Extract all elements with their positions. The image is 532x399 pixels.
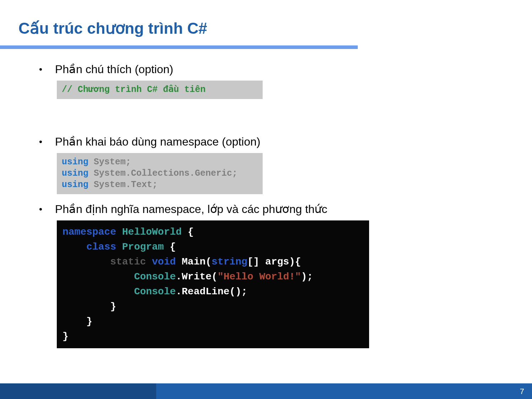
bullet-item: • Phần định nghĩa namespace, lớp và các … [35, 202, 405, 348]
code-line: using System.Collections.Generic; [62, 168, 258, 179]
bullet-icon: • [39, 202, 42, 216]
code-line: namespace HelloWorld { [62, 225, 363, 240]
code-block-main: namespace HelloWorld { class Program { s… [57, 220, 369, 348]
slide: Cấu trúc chương trình C# • Phần chú thíc… [0, 0, 532, 399]
bullet-text: Phần định nghĩa namespace, lớp và các ph… [55, 202, 327, 216]
code-line: } [62, 299, 363, 314]
code-line: } [62, 314, 363, 329]
code-line: using System.Text; [62, 179, 258, 191]
bullet-icon: • [39, 135, 42, 149]
code-line: static void Main(string[] args){ [62, 255, 363, 269]
bullet-text: Phần khai báo dùng namespace (option) [55, 135, 260, 149]
page-title: Cấu trúc chương trình C# [18, 19, 207, 37]
code-line: // Chương trình C# đầu tiên [62, 84, 205, 95]
code-line: } [62, 329, 363, 344]
title-underline [0, 45, 358, 49]
content-area: • Phần chú thích (option) // Chương trìn… [35, 62, 405, 348]
code-block-comment: // Chương trình C# đầu tiên [57, 81, 263, 99]
page-number: 7 [520, 387, 524, 396]
code-line: using System; [62, 157, 258, 168]
bullet-text: Phần chú thích (option) [55, 62, 173, 76]
code-line: Console.ReadLine(); [62, 284, 363, 299]
code-line: class Program { [62, 240, 363, 255]
footer-bar-accent [0, 383, 156, 399]
code-line: Console.Write("Hello World!"); [62, 269, 363, 284]
bullet-icon: • [39, 62, 42, 76]
bullet-item: • Phần chú thích (option) // Chương trìn… [35, 62, 405, 99]
code-block-using: using System; using System.Collections.G… [57, 153, 263, 194]
bullet-item: • Phần khai báo dùng namespace (option) … [35, 135, 405, 194]
